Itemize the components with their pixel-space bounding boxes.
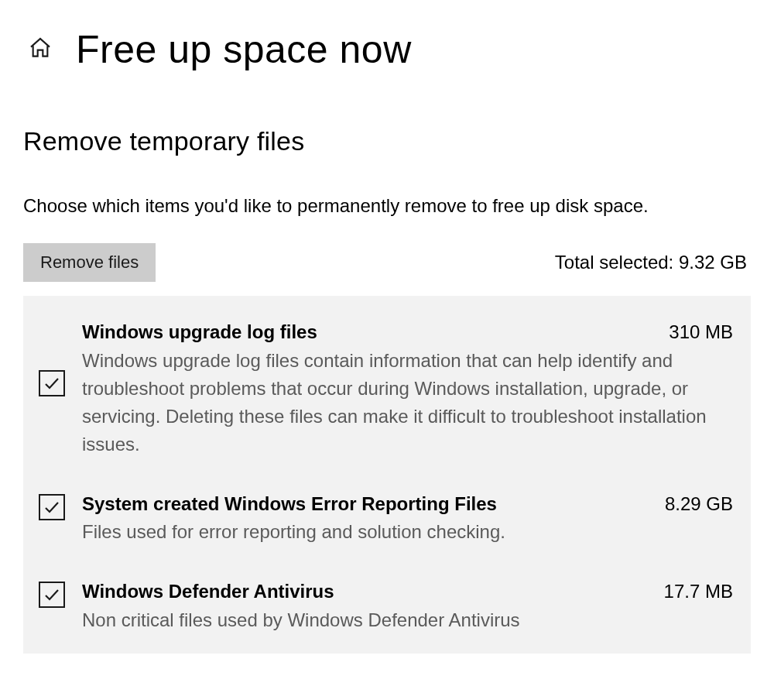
item-title: Windows Defender Antivirus	[82, 578, 334, 605]
header: Free up space now	[28, 27, 751, 72]
checkbox-windows-upgrade-log-files[interactable]	[39, 370, 65, 396]
section-title: Remove temporary files	[23, 126, 751, 156]
item-title: Windows upgrade log files	[82, 319, 317, 345]
page-title: Free up space now	[76, 27, 412, 72]
checkbox-windows-defender[interactable]	[39, 582, 65, 608]
total-selected-label: Total selected: 9.32 GB	[555, 252, 751, 273]
remove-files-button[interactable]: Remove files	[23, 243, 156, 282]
item-description: Non critical files used by Windows Defen…	[82, 606, 735, 634]
item-description: Files used for error reporting and solut…	[82, 518, 735, 546]
list-item: Windows upgrade log files 310 MB Windows…	[39, 319, 735, 458]
action-row: Remove files Total selected: 9.32 GB	[23, 243, 751, 282]
item-size: 310 MB	[669, 321, 735, 343]
items-panel: Windows upgrade log files 310 MB Windows…	[23, 296, 751, 654]
item-title: System created Windows Error Reporting F…	[82, 491, 497, 517]
list-item: Windows Defender Antivirus 17.7 MB Non c…	[39, 578, 735, 634]
checkbox-system-error-reporting[interactable]	[39, 494, 65, 520]
section-subtitle: Choose which items you'd like to permane…	[23, 191, 720, 220]
list-item: System created Windows Error Reporting F…	[39, 491, 735, 547]
item-size: 8.29 GB	[665, 493, 735, 515]
item-description: Windows upgrade log files contain inform…	[82, 347, 735, 458]
home-icon[interactable]	[28, 36, 53, 63]
item-size: 17.7 MB	[664, 581, 735, 602]
